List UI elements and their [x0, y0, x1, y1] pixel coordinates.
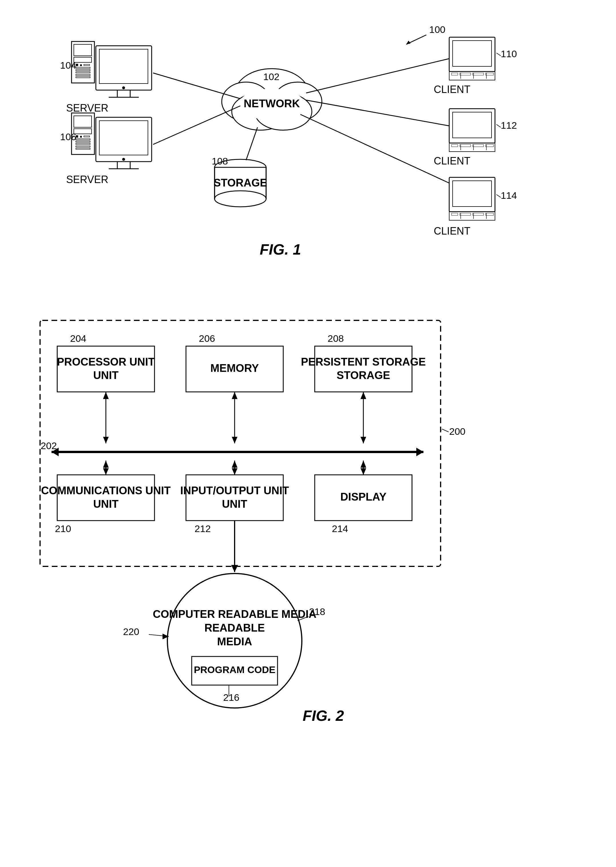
media-label1: COMPUTER READABLE MEDIA: [153, 608, 316, 620]
svg-text:MEDIA: MEDIA: [217, 636, 252, 648]
svg-marker-101: [232, 392, 237, 399]
fig1-diagram: 100: [23, 17, 593, 275]
svg-rect-30: [76, 148, 90, 149]
svg-marker-98: [103, 437, 109, 443]
svg-rect-72: [486, 144, 493, 147]
svg-rect-69: [451, 144, 458, 147]
svg-rect-103: [315, 346, 412, 392]
svg-text:UNIT: UNIT: [93, 369, 119, 381]
network-label: NETWORK: [244, 97, 300, 110]
svg-marker-93: [416, 448, 423, 456]
persistent-label1: PERSISTENT STORAGE: [301, 356, 426, 368]
svg-rect-81: [460, 213, 471, 215]
svg-line-84: [497, 195, 501, 197]
svg-point-18: [122, 86, 125, 89]
ref-200-label: 200: [449, 426, 465, 437]
svg-rect-58: [451, 73, 458, 75]
svg-rect-28: [76, 143, 90, 144]
svg-rect-3: [74, 44, 91, 56]
svg-rect-59: [460, 73, 471, 75]
comms-label1: COMMUNICATIONS UNIT: [41, 485, 171, 496]
svg-rect-9: [76, 69, 90, 71]
svg-line-86: [306, 100, 449, 126]
client3-label: CLIENT: [434, 225, 470, 237]
server1-label: SERVER: [66, 102, 108, 114]
svg-rect-70: [460, 144, 471, 147]
ref-216-label: 216: [223, 692, 239, 703]
svg-rect-12: [76, 77, 90, 78]
ref-102-label: 102: [263, 71, 280, 82]
ref-112-label: 112: [501, 120, 517, 131]
svg-marker-123: [231, 565, 238, 572]
client1-icon: [449, 37, 495, 80]
svg-rect-26: [76, 139, 90, 140]
ref-206-label: 206: [199, 333, 215, 344]
svg-marker-97: [103, 392, 109, 399]
svg-rect-32: [99, 121, 148, 155]
ref-210-label: 210: [55, 523, 71, 534]
client1-label: CLIENT: [434, 83, 470, 95]
svg-rect-108: [57, 475, 154, 521]
svg-rect-8: [76, 67, 90, 68]
svg-rect-11: [76, 74, 90, 75]
svg-rect-71: [473, 144, 484, 147]
ref-110-label: 110: [501, 48, 517, 59]
svg-marker-106: [360, 392, 366, 399]
ref-202-label: 202: [41, 440, 57, 451]
svg-text:READABLE: READABLE: [204, 622, 265, 634]
svg-line-49: [153, 73, 240, 99]
svg-rect-7: [84, 64, 90, 66]
program-label: PROGRAM CODE: [194, 664, 275, 675]
svg-rect-24: [80, 136, 82, 138]
svg-marker-111: [103, 460, 109, 468]
svg-rect-113: [186, 475, 283, 521]
ref-114-label: 114: [501, 190, 517, 201]
svg-rect-14: [99, 49, 148, 83]
processor-label: PROCESSOR UNIT: [57, 356, 155, 368]
svg-marker-120: [360, 460, 366, 468]
svg-rect-21: [74, 116, 91, 127]
server1-icon: [72, 41, 152, 97]
page: 100: [0, 0, 616, 867]
svg-marker-102: [232, 437, 237, 443]
client2-icon: [449, 109, 495, 152]
svg-rect-83: [486, 213, 493, 215]
fig2-diagram: 200 202 PROCESSOR UNIT UNIT 204 MEMORY: [23, 297, 593, 855]
svg-rect-22: [74, 129, 91, 134]
svg-line-50: [153, 106, 240, 144]
svg-line-85: [306, 59, 449, 93]
svg-line-89: [442, 429, 449, 432]
svg-rect-61: [486, 73, 493, 75]
server2-label: SERVER: [66, 174, 108, 185]
svg-text:UNIT: UNIT: [93, 498, 119, 510]
svg-rect-6: [80, 64, 82, 66]
ref-208-label: 208: [328, 333, 344, 344]
svg-rect-80: [451, 213, 458, 215]
ref-204-label: 204: [70, 333, 86, 344]
svg-marker-117: [232, 468, 237, 475]
svg-rect-25: [84, 136, 90, 137]
svg-rect-10: [76, 72, 90, 73]
fig2-caption: FIG. 2: [303, 707, 344, 724]
display-label: DISPLAY: [340, 491, 386, 503]
svg-rect-27: [76, 141, 90, 142]
client3-icon: [449, 177, 495, 220]
svg-rect-82: [473, 213, 484, 215]
svg-rect-94: [57, 346, 154, 392]
svg-text:UNIT: UNIT: [222, 498, 247, 510]
svg-rect-29: [76, 146, 90, 147]
svg-marker-112: [103, 468, 109, 475]
svg-marker-116: [232, 460, 237, 468]
svg-point-36: [122, 158, 125, 161]
ref-106-label: 106: [60, 131, 76, 142]
server2-icon: [72, 113, 152, 169]
svg-line-62: [497, 53, 501, 56]
svg-text:STORAGE: STORAGE: [336, 369, 390, 381]
ref-100: 100: [429, 24, 445, 35]
ref-108-label: 108: [212, 155, 228, 166]
svg-rect-4: [74, 57, 91, 62]
svg-marker-121: [360, 468, 366, 475]
svg-point-46: [215, 191, 266, 207]
storage-label: STORAGE: [214, 177, 267, 189]
svg-line-51: [246, 127, 258, 160]
